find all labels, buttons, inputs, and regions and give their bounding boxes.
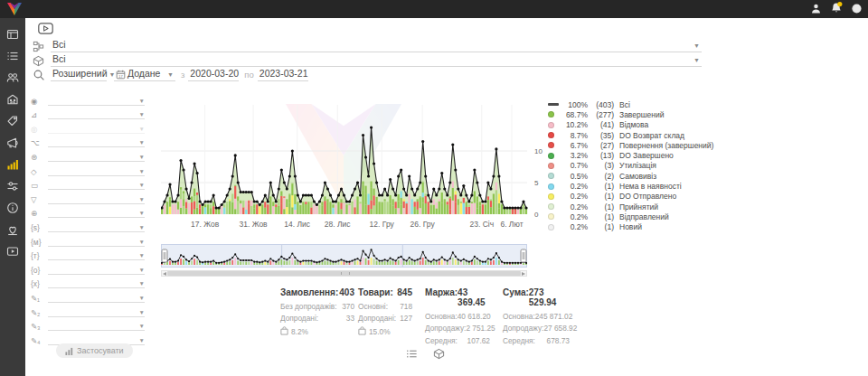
rail-item-info[interactable]: [0, 197, 25, 219]
legend-pct: 10.2%: [561, 120, 588, 129]
legend-count: (403): [588, 100, 614, 109]
date-from-input[interactable]: 2020-03-20: [188, 68, 239, 81]
chart-scrollbar[interactable]: [161, 270, 527, 277]
app-logo-icon[interactable]: [6, 2, 23, 20]
stat-subrow: Без допродажів:370: [280, 302, 354, 311]
navigator-right-handle[interactable]: [521, 249, 526, 262]
app-root: Всі ▼ Всі ▼ Розширений ▼ 17 Додане ▼ з: [0, 0, 868, 376]
chevron-down-icon: ▼: [139, 126, 145, 133]
custom-field-1-select[interactable]: ▼: [48, 291, 145, 303]
rail-item-dashboard[interactable]: [0, 24, 25, 45]
legend-item-1[interactable]: 68.7%(277)Завершений: [548, 109, 713, 119]
side-filter-s-field-filter[interactable]: {s}▼: [31, 218, 145, 232]
chevron-down-icon: ▼: [139, 168, 145, 175]
side-filter-source-filter[interactable]: ◉▼: [31, 91, 145, 106]
side-filter-disabled-filter[interactable]: ◎▼: [31, 119, 145, 134]
disabled-filter-select[interactable]: ▼: [48, 122, 145, 134]
legend-item-5[interactable]: 3.2%(13)DO Завершено: [548, 150, 713, 160]
search-mode-select[interactable]: Розширений ▼: [51, 68, 107, 81]
package-filter-select[interactable]: ▼: [48, 164, 145, 176]
rail-item-care-heart[interactable]: [0, 219, 25, 240]
x-field-filter-select[interactable]: ▼: [48, 277, 145, 288]
funnel-filter-select[interactable]: ▼: [48, 193, 145, 204]
user-icon[interactable]: [810, 3, 822, 14]
nav-rail: [0, 18, 25, 376]
notifications-bell-icon[interactable]: [830, 2, 843, 14]
legend-pct: 0.2%: [561, 202, 588, 212]
legend-item-3[interactable]: 8.7%(35)DO Возврат склад: [548, 130, 713, 140]
rail-item-orders-list[interactable]: [0, 45, 25, 67]
products-select[interactable]: Всі ▼: [51, 53, 702, 67]
legend-item-4[interactable]: 6.7%(27)Повернення (завершений): [548, 140, 713, 150]
side-filter-person-filter[interactable]: ⊛▼: [31, 147, 145, 162]
t-field-filter-select[interactable]: ▼: [48, 249, 145, 260]
rail-item-analytics-chart[interactable]: [0, 154, 25, 175]
side-filter-t-field-filter[interactable]: {т}▼: [31, 247, 145, 261]
stat-value: 273 529.94: [529, 287, 570, 307]
rail-item-video-help[interactable]: [0, 240, 25, 262]
custom-field-4-icon: ✎₄: [31, 336, 48, 345]
apply-filters-button[interactable]: Застосувати: [56, 343, 133, 358]
products-box-icon[interactable]: [433, 347, 445, 363]
side-filter-hierarchy-filter[interactable]: ⌥▼: [31, 134, 145, 148]
side-filter-m-field-filter[interactable]: {м}▼: [31, 232, 145, 247]
rail-item-settings-sliders[interactable]: [0, 175, 25, 197]
statuses-select[interactable]: Всі ▼: [51, 39, 702, 52]
globe-filter-select[interactable]: ▼: [48, 206, 145, 218]
side-filter-x-field-filter[interactable]: {х}▼: [31, 275, 145, 289]
legend-item-8[interactable]: 0.2%(1)Нема в наявності: [548, 181, 713, 191]
side-filter-globe-filter[interactable]: ⊕▼: [31, 204, 145, 219]
source-filter-select[interactable]: ▼: [48, 94, 145, 106]
side-filter-custom-field-3[interactable]: ✎₃▼: [31, 317, 145, 332]
rail-item-store[interactable]: [0, 89, 25, 110]
theme-avatar-icon[interactable]: [851, 3, 863, 14]
legend-item-11[interactable]: 0.2%(1)Відправлений: [548, 212, 713, 221]
date-field-select[interactable]: 17 Додане ▼: [114, 68, 175, 81]
mini-chart-icon: [65, 347, 73, 355]
side-filter-funnel-filter[interactable]: ▽▼: [31, 190, 145, 204]
payment-filter-select[interactable]: ▼: [48, 178, 145, 190]
measure-filter-select[interactable]: ▼: [48, 108, 145, 119]
side-filter-payment-filter[interactable]: ▭▼: [31, 176, 145, 191]
legend-item-7[interactable]: 0.5%(2)Самовивіз: [548, 171, 713, 181]
legend-item-9[interactable]: 0.2%(1)DO Отправлено: [548, 192, 713, 202]
legend-item-10[interactable]: 0.2%(1)Прийнятий: [548, 202, 713, 212]
upsell-pct: 8.2%: [291, 327, 308, 336]
hierarchy-filter-select[interactable]: ▼: [48, 136, 145, 147]
side-filter-o-field-filter[interactable]: {о}▼: [31, 260, 145, 275]
scrollbar-thumb[interactable]: [167, 271, 521, 276]
chart-navigator[interactable]: [161, 244, 527, 268]
legend-item-2[interactable]: 10.2%(41)Відмова: [548, 120, 713, 130]
m-field-filter-icon: {м}: [31, 238, 48, 247]
orders-timeline-chart[interactable]: 051017. Жов31. Жов14. Лис28. Лис12. Гру2…: [161, 96, 552, 233]
chevron-down-icon: ▼: [139, 111, 145, 118]
legend-label: Прийнятий: [619, 202, 658, 212]
legend-item-6[interactable]: 0.7%(3)Утилізація: [548, 161, 713, 171]
legend-swatch: [548, 132, 561, 138]
scrollbar-left-arrow-icon[interactable]: [163, 272, 166, 276]
person-filter-select[interactable]: ▼: [48, 150, 145, 162]
date-to-input[interactable]: 2023-03-21: [258, 68, 308, 81]
scrollbar-right-arrow-icon[interactable]: [522, 272, 525, 276]
rail-item-price-tags[interactable]: [0, 110, 25, 132]
custom-field-2-select[interactable]: ▼: [48, 306, 145, 317]
list-view-icon[interactable]: [406, 347, 418, 363]
side-filter-custom-field-1[interactable]: ✎₁▼: [31, 288, 145, 303]
m-field-filter-select[interactable]: ▼: [48, 235, 145, 247]
side-filter-measure-filter[interactable]: ⊿▼: [31, 106, 145, 120]
legend-item-12[interactable]: 0.2%(1)Новий: [548, 222, 713, 232]
legend-item-0[interactable]: 100%(403)Всі: [548, 99, 713, 109]
custom-field-3-select[interactable]: ▼: [48, 319, 145, 331]
legend-pct: 0.5%: [561, 172, 588, 181]
legend-swatch: [548, 183, 561, 190]
video-tour-button[interactable]: [38, 23, 53, 37]
o-field-filter-select[interactable]: ▼: [48, 263, 145, 275]
rail-item-customers[interactable]: [0, 67, 25, 89]
side-filter-custom-field-2[interactable]: ✎₂▼: [31, 303, 145, 317]
side-filter-package-filter[interactable]: ◇▼: [31, 162, 145, 176]
s-field-filter-select[interactable]: ▼: [48, 221, 145, 232]
rail-item-marketing-megaphone[interactable]: [0, 132, 25, 154]
navigator-left-handle[interactable]: [162, 249, 167, 262]
care-heart-icon: [6, 223, 19, 236]
svg-text:6. Лют: 6. Лют: [500, 220, 523, 229]
